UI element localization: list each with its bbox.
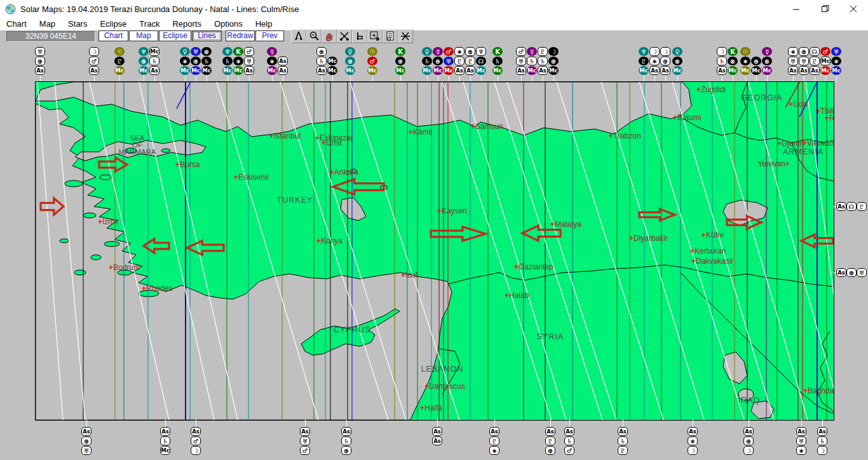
glyph-connector-line (207, 76, 207, 81)
glyph-connector-line (654, 76, 655, 81)
island (104, 241, 119, 247)
island (65, 180, 83, 187)
compass-tool-icon[interactable] (291, 29, 306, 43)
planet-glyph: ∗ (831, 57, 841, 65)
planet-glyph: K (728, 47, 738, 56)
planet-glyph: ♆ (139, 47, 149, 56)
angle-label-mc: Mc (139, 66, 149, 75)
angle-label-as: As (717, 66, 727, 75)
astro-glyph-bottom: As (817, 427, 827, 436)
planet-glyph: ☿ (267, 47, 277, 56)
angle-label-as: As (35, 66, 45, 75)
sea-label: MARMARA (119, 148, 156, 156)
chart-button[interactable]: Chart (98, 30, 128, 41)
planet-glyph: ☿ (527, 47, 537, 56)
astro-glyph-bottom: ☽ (688, 446, 698, 455)
flag-tool-icon[interactable] (352, 29, 367, 43)
city-label: +Konya (316, 236, 342, 245)
glyph-connector-line (833, 273, 836, 273)
close-button[interactable] (839, 0, 868, 18)
angle-label-as: As (660, 66, 670, 75)
angle-label-mc: Mc (527, 66, 537, 75)
astro-glyph-right: ♇ (857, 202, 867, 211)
planet-glyph: ⊕ (433, 57, 443, 65)
glyph-connector-line (249, 76, 250, 81)
country-label: CYPRUS (334, 325, 370, 334)
eclipse-button[interactable]: Eclipse (159, 30, 191, 41)
astro-glyph-bottom: ☽ (817, 446, 827, 455)
menu-item-help[interactable]: Help (249, 18, 279, 30)
planet-glyph: ⊗ (762, 57, 772, 65)
redraw-button[interactable]: Redraw (226, 30, 255, 41)
glyph-connector-line (459, 76, 460, 81)
pan-hand-icon[interactable] (322, 29, 337, 43)
angle-label-mc: Mc (222, 66, 233, 75)
city-label: +Samsun (471, 122, 503, 131)
island (60, 239, 69, 243)
planet-glyph: ∗ (454, 47, 465, 56)
planet-glyph: ⊗ (672, 57, 682, 65)
menu-item-eclipse[interactable]: Eclipse (93, 18, 133, 30)
city-label: +Vanadzor (803, 139, 834, 147)
city-label: +Istanbul (269, 132, 301, 140)
planet-glyph: ⊕ (35, 57, 45, 65)
city-label: +Küfre (702, 231, 724, 240)
angle-label-as: As (649, 66, 660, 75)
glyph-connector-line (165, 419, 166, 427)
zoom-icon[interactable] (306, 29, 322, 43)
angle-label-mc: Mc (422, 66, 432, 75)
glyph-connector-line (437, 419, 438, 427)
menu-item-map[interactable]: Map (33, 18, 62, 30)
planet-glyph: ☊ (810, 47, 820, 56)
menu-item-stars[interactable]: Stars (62, 18, 93, 30)
minimize-button[interactable] (782, 0, 811, 18)
glyph-connector-line (332, 76, 333, 81)
map[interactable]: GEORGIAARMENIATURKEYSYRIACYPRUSLEBANONIR… (35, 81, 834, 421)
astro-glyph-bottom: ♄ (817, 436, 827, 445)
coordinate-display: 32N39 045E14 (6, 31, 95, 42)
glyph-connector-line (693, 419, 693, 427)
menu-item-reports[interactable]: Reports (166, 18, 208, 30)
planet-glyph: ♇ (454, 57, 465, 65)
cut-icon[interactable] (337, 29, 352, 43)
menu-item-chart[interactable]: Chart (0, 18, 33, 30)
country-label: TURKEY (277, 196, 313, 205)
angle-label-mc: Mc (233, 66, 243, 75)
angle-label-mc: Mc (820, 57, 831, 65)
restore-button[interactable] (811, 0, 839, 18)
lines-button[interactable]: Lines (192, 30, 222, 41)
city-label: +Rustavi (825, 114, 834, 123)
menu-item-options[interactable]: Options (208, 18, 249, 30)
glyph-connector-line (836, 76, 837, 81)
planet-glyph: ☉ (740, 47, 750, 56)
glyph-connector-line (833, 206, 836, 207)
angle-label-as: As (465, 66, 475, 75)
map-button[interactable]: Map (129, 30, 158, 41)
angle-label-mc: Mc (751, 66, 761, 75)
glyph-connector-line (272, 76, 273, 81)
info-report-icon[interactable]: i (383, 29, 398, 43)
city-label: +Halab (505, 291, 529, 300)
menu-item-track[interactable]: Track (133, 18, 166, 30)
planet-glyph: ♇ (465, 57, 475, 65)
planet-glyph: ♅ (831, 47, 841, 56)
planet-glyph: ♅ (444, 57, 454, 65)
city-label: +Batumi (673, 113, 701, 122)
astro-glyph-bottom: ♄ (618, 436, 628, 445)
prev-button[interactable]: Prev (255, 30, 284, 41)
angle-label-mc: Mc (191, 66, 201, 75)
planet-glyph: ♄ (538, 57, 548, 65)
planet-glyph: ⊕ (316, 47, 327, 56)
planet-glyph: ♆ (476, 47, 486, 56)
astro-glyph-bottom: ⊕ (341, 446, 351, 455)
planet-glyph: ♄ (149, 57, 159, 65)
astro-glyph-bottom: As (743, 427, 754, 436)
astro-glyph-bottom: ⊕ (545, 446, 555, 455)
move-point-icon[interactable] (367, 29, 383, 43)
crossline-icon[interactable] (398, 29, 413, 43)
glyph-connector-line (40, 76, 41, 81)
city-label: +Gori (789, 100, 808, 109)
glyph-connector-line (801, 419, 802, 427)
island (74, 270, 86, 275)
glyph-connector-line (185, 76, 186, 81)
